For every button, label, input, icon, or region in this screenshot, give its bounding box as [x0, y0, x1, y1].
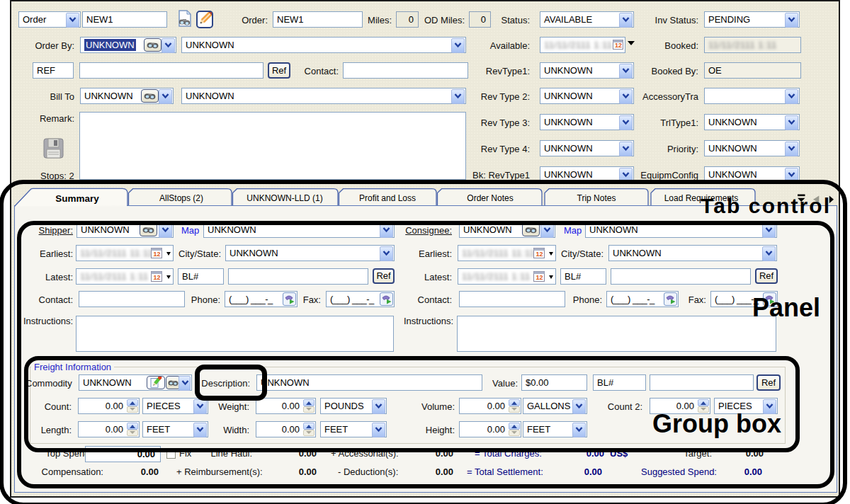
svg-text:12: 12	[615, 42, 622, 49]
